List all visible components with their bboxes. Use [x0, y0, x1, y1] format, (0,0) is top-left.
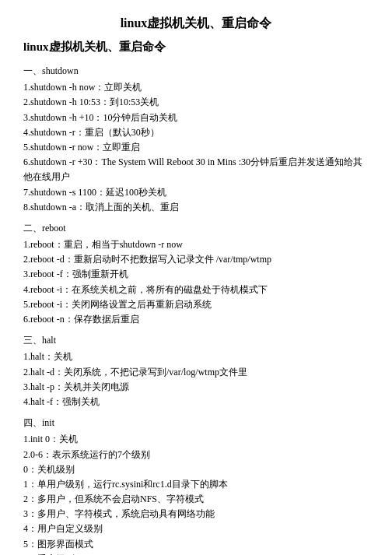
section-1: 二、reboot1.reboot：重启，相当于shutdown -r now2.… — [23, 221, 369, 327]
section-3-line-3: 1：单用户级别，运行rc.sysini和rc1.d目录下的脚本 — [23, 477, 369, 492]
section-3-line-8: 6：重启级别 — [23, 552, 369, 555]
section-0-line-4: 5.shutdown -r now：立即重启 — [23, 140, 369, 155]
section-3: 四、init1.init 0：关机2.0-6：表示系统运行的7个级别0：关机级别… — [23, 416, 369, 555]
sub-title: linux虚拟机关机、重启命令 — [23, 40, 369, 54]
section-1-line-4: 5.reboot -i：关闭网络设置之后再重新启动系统 — [23, 297, 369, 312]
section-3-line-0: 1.init 0：关机 — [23, 432, 369, 447]
section-3-line-1: 2.0-6：表示系统运行的7个级别 — [23, 448, 369, 462]
section-header-1: 二、reboot — [23, 221, 369, 236]
section-2: 三、halt1.halt：关机2.halt -d：关闭系统，不把记录写到/var… — [23, 333, 369, 409]
main-title: linux虚拟机关机、重启命令 — [23, 16, 369, 32]
section-0-line-1: 2.shutdown -h 10:53：到10:53关机 — [23, 95, 369, 110]
section-0-line-7: 8.shutdown -a：取消上面的关机、重启 — [23, 200, 369, 215]
section-0-line-0: 1.shutdown -h now：立即关机 — [23, 80, 369, 95]
section-header-0: 一、shutdown — [23, 64, 369, 79]
section-1-line-3: 4.reboot -i：在系统关机之前，将所有的磁盘处于待机模式下 — [23, 283, 369, 297]
section-3-line-5: 3：多用户、字符模式，系统启动具有网络功能 — [23, 507, 369, 522]
section-0-line-6: 7.shutdown -s 1100：延迟100秒关机 — [23, 185, 369, 200]
section-3-line-4: 2：多用户，但系统不会启动NFS、字符模式 — [23, 492, 369, 507]
section-2-line-3: 4.halt -f：强制关机 — [23, 395, 369, 409]
section-0-line-5: 6.shutdown -r +30：The System Will Reboot… — [23, 155, 369, 184]
section-1-line-1: 2.reboot -d：重新启动时不把数据写入记录文件 /var/tmp/wtm… — [23, 252, 369, 267]
section-header-2: 三、halt — [23, 333, 369, 348]
section-0-line-3: 4.shutdown -r：重启（默认30秒） — [23, 125, 369, 140]
section-header-3: 四、init — [23, 416, 369, 430]
section-2-line-1: 2.halt -d：关闭系统，不把记录写到/var/log/wtmp文件里 — [23, 365, 369, 380]
section-0: 一、shutdown1.shutdown -h now：立即关机2.shutdo… — [23, 64, 369, 215]
section-3-line-7: 5：图形界面模式 — [23, 537, 369, 552]
section-2-line-2: 3.halt -p：关机并关闭电源 — [23, 380, 369, 395]
section-1-line-2: 3.reboot -f：强制重新开机 — [23, 267, 369, 282]
section-1-line-0: 1.reboot：重启，相当于shutdown -r now — [23, 237, 369, 252]
section-0-line-2: 3.shutdown -h +10：10分钟后自动关机 — [23, 111, 369, 125]
content-area: 一、shutdown1.shutdown -h now：立即关机2.shutdo… — [23, 64, 369, 555]
section-3-line-2: 0：关机级别 — [23, 462, 369, 477]
section-3-line-6: 4：用户自定义级别 — [23, 522, 369, 536]
section-1-line-5: 6.reboot -n：保存数据后重启 — [23, 312, 369, 327]
section-2-line-0: 1.halt：关机 — [23, 350, 369, 364]
